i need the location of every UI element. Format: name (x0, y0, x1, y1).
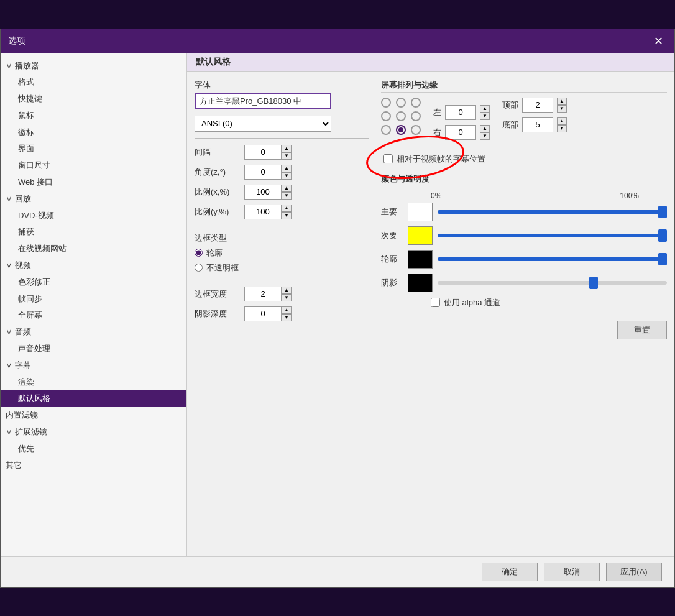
right-panel: 屏幕排列与边缘 (381, 80, 667, 549)
sidebar-item-frame-sync[interactable]: 帧同步 (1, 291, 186, 308)
sidebar-item-capture[interactable]: 捕获 (1, 224, 186, 241)
align-midcenter[interactable] (396, 111, 406, 121)
outline-swatch[interactable] (408, 250, 433, 269)
sidebar-item-video[interactable]: ∨ 视频 (1, 257, 186, 274)
align-botright[interactable] (411, 125, 421, 135)
shadow-slider[interactable] (438, 281, 667, 285)
scale-x-row: 比例(x,%) ▲ ▼ (195, 185, 369, 200)
screen-layout-header: 屏幕排列与边缘 (381, 80, 667, 93)
border-width-down[interactable]: ▼ (282, 294, 292, 301)
primary-slider[interactable] (438, 210, 667, 214)
align-botleft[interactable] (381, 125, 391, 135)
color-section: 颜色与透明度 0% 100% 主要 (381, 173, 667, 308)
spacing-down[interactable]: ▼ (282, 152, 292, 160)
sidebar-item-format[interactable]: 格式 (1, 74, 186, 91)
angle-up[interactable]: ▲ (282, 165, 292, 172)
align-topleft[interactable] (381, 98, 391, 108)
secondary-slider[interactable] (438, 234, 667, 237)
angle-input-wrap: ▲ ▼ (244, 165, 292, 180)
bottom-input[interactable] (522, 117, 553, 132)
font-input[interactable] (195, 93, 331, 109)
top-up[interactable]: ▲ (557, 98, 567, 105)
chevron-down-icon-4: ∨ (6, 327, 12, 336)
sidebar-item-other[interactable]: 其它 (1, 457, 186, 474)
border-width-input[interactable] (244, 287, 282, 301)
sidebar-item-mouse[interactable]: 鼠标 (1, 108, 186, 124)
left-input[interactable] (445, 105, 476, 120)
top-input[interactable] (522, 98, 553, 113)
scale-y-input[interactable] (244, 205, 282, 219)
spacing-input[interactable] (244, 145, 282, 160)
angle-down[interactable]: ▼ (282, 172, 292, 180)
sidebar-item-window-size[interactable]: 窗口尺寸 (1, 157, 186, 174)
right-up[interactable]: ▲ (480, 125, 490, 132)
relative-checkbox[interactable] (383, 154, 393, 163)
encoding-select[interactable]: ANSI (0) (195, 116, 331, 132)
scale-x-input[interactable] (244, 185, 282, 200)
shadow-depth-down[interactable]: ▼ (282, 314, 292, 321)
bottom-spin: ▲ ▼ (557, 117, 567, 132)
scale-x-up[interactable]: ▲ (282, 185, 292, 192)
sidebar-item-dvd[interactable]: DVD-视频 (1, 208, 186, 224)
angle-input[interactable] (244, 165, 282, 180)
shadow-swatch[interactable] (408, 274, 433, 292)
sidebar-item-priority[interactable]: 优先 (1, 441, 186, 457)
cancel-button[interactable]: 取消 (544, 563, 600, 581)
color-section-header: 颜色与透明度 (381, 173, 667, 186)
align-midright[interactable] (411, 111, 421, 121)
sidebar-item-ui[interactable]: 界面 (1, 140, 186, 157)
shadow-depth-up[interactable]: ▲ (282, 306, 292, 314)
right-down[interactable]: ▼ (480, 132, 490, 140)
sidebar-item-ext-filter[interactable]: ∨ 扩展滤镜 (1, 424, 186, 441)
right-input[interactable] (445, 125, 476, 140)
reset-button[interactable]: 重置 (617, 321, 667, 339)
screen-layout-content: 左 ▲ ▼ 右 (381, 98, 667, 147)
alpha-checkbox[interactable] (431, 298, 440, 307)
align-topcenter[interactable] (396, 98, 406, 108)
ok-button[interactable]: 确定 (482, 563, 538, 581)
bottom-row: 底部 ▲ ▼ (502, 117, 567, 132)
opaque-radio[interactable] (195, 264, 203, 272)
sidebar-item-builtin[interactable]: 内置滤镜 (1, 407, 186, 424)
sidebar-item-color[interactable]: 色彩修正 (1, 274, 186, 291)
align-botcenter[interactable] (396, 125, 406, 135)
shadow-depth-input[interactable] (244, 306, 282, 321)
sidebar-item-player[interactable]: ∨ 播放器 (1, 58, 186, 75)
align-midleft[interactable] (381, 111, 391, 121)
main-content: ∨ 播放器 格式 快捷键 鼠标 徽标 界面 窗口尺寸 Web 接口 ∨ 回放 D… (1, 53, 674, 556)
sidebar-item-online[interactable]: 在线视频网站 (1, 241, 186, 257)
sidebar-item-shortcut[interactable]: 快捷键 (1, 91, 186, 108)
alpha-label: 使用 alpha 通道 (444, 297, 500, 308)
left-down[interactable]: ▼ (480, 113, 490, 120)
scale-y-spin: ▲ ▼ (282, 205, 292, 219)
outline-slider[interactable] (438, 257, 667, 261)
outline-radio[interactable] (195, 249, 203, 257)
percent-100: 100% (620, 191, 639, 200)
left-spin: ▲ ▼ (480, 105, 490, 120)
sidebar-item-playback[interactable]: ∨ 回放 (1, 191, 186, 208)
primary-swatch[interactable] (408, 203, 433, 221)
sidebar-item-render[interactable]: 渲染 (1, 374, 186, 391)
dialog-window: 选项 ✕ ∨ 播放器 格式 快捷键 鼠标 徽标 界面 窗口尺寸 Web 接口 ∨… (0, 29, 675, 588)
scale-y-up[interactable]: ▲ (282, 205, 292, 212)
top-down[interactable]: ▼ (557, 105, 567, 113)
sidebar-item-badge[interactable]: 徽标 (1, 124, 186, 141)
left-up[interactable]: ▲ (480, 105, 490, 113)
apply-button[interactable]: 应用(A) (606, 563, 662, 581)
bottom-down[interactable]: ▼ (557, 125, 567, 132)
scale-x-down[interactable]: ▼ (282, 192, 292, 200)
sidebar-item-subtitle[interactable]: ∨ 字幕 (1, 357, 186, 374)
close-button[interactable]: ✕ (650, 34, 667, 48)
sidebar-item-default-style[interactable]: 默认风格 (1, 390, 186, 407)
spacing-up[interactable]: ▲ (282, 145, 292, 152)
sidebar-item-web[interactable]: Web 接口 (1, 174, 186, 191)
align-topright[interactable] (411, 98, 421, 108)
sidebar-item-audio[interactable]: ∨ 音频 (1, 324, 186, 341)
shadow-depth-label: 阴影深度 (195, 308, 244, 319)
sidebar-item-audio-process[interactable]: 声音处理 (1, 341, 186, 357)
bottom-up[interactable]: ▲ (557, 117, 567, 125)
border-width-up[interactable]: ▲ (282, 287, 292, 294)
secondary-swatch[interactable] (408, 226, 433, 245)
scale-y-down[interactable]: ▼ (282, 212, 292, 219)
sidebar-item-fullscreen[interactable]: 全屏幕 (1, 307, 186, 324)
